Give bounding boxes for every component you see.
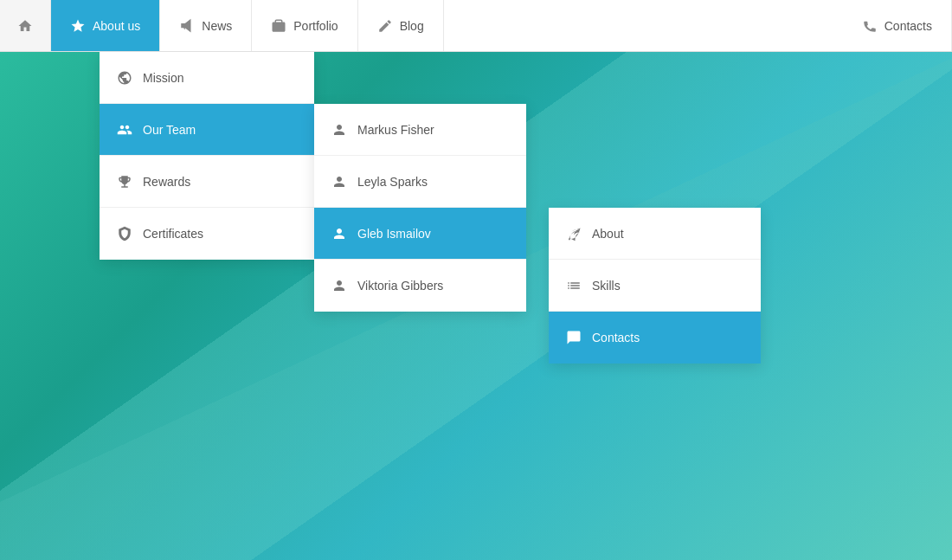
dropdown-l3: About Skills Contacts [549,208,761,364]
dropdown-l2-leyla[interactable]: Leyla Sparks [314,156,526,208]
dropdown-l2-viktoria-label: Viktoria Gibbers [357,279,443,293]
person-icon-gleb [331,226,347,241]
nav-contacts-label: Contacts [884,19,932,33]
dropdown-l2-gleb[interactable]: Gleb Ismailov [314,208,526,260]
phone-icon [862,18,878,34]
nav-portfolio[interactable]: Portfolio [252,0,357,51]
nav-blog[interactable]: Blog [358,0,444,51]
dropdown-l3-skills-label: Skills [592,279,621,293]
nav-spacer [444,0,843,51]
dropdown-l1-rewards[interactable]: Rewards [100,156,314,208]
dropdown-l3-skills[interactable]: Skills [549,260,761,312]
dropdown-l1: Mission Our Team Rewards Certificates [100,52,314,260]
blog-icon [377,18,393,34]
dropdown-l3-about-label: About [592,227,624,241]
dropdown-l2-markus[interactable]: Markus Fisher [314,104,526,156]
nav-blog-label: Blog [400,19,424,33]
navbar: About us News Portfolio Blog Contacts [0,0,952,52]
briefcase-icon [271,18,286,34]
megaphone-icon [179,18,195,34]
certificate-icon [117,226,132,241]
dropdown-l2-viktoria[interactable]: Viktoria Gibbers [314,260,526,312]
dropdown-l1-our-team-label: Our Team [143,123,196,137]
nav-news[interactable]: News [160,0,252,51]
nav-home[interactable] [0,0,51,51]
nav-about-us[interactable]: About us [51,0,160,51]
dropdown-l1-our-team[interactable]: Our Team [100,104,314,156]
dropdown-l2-markus-label: Markus Fisher [357,123,434,137]
dropdown-l1-mission-label: Mission [143,71,183,85]
leaf-icon [566,226,582,241]
dropdown-l1-certificates-label: Certificates [143,227,203,241]
dropdown-l3-contacts-label: Contacts [592,331,640,344]
person-icon-markus [331,122,347,138]
home-icon [17,18,33,34]
list-icon [566,278,582,293]
dropdown-l3-about[interactable]: About [549,208,761,260]
team-icon [117,122,132,138]
star-icon [70,18,86,34]
dropdown-l1-certificates[interactable]: Certificates [100,208,314,260]
trophy-icon [117,174,132,190]
dropdown-l1-mission[interactable]: Mission [100,52,314,104]
dropdown-l2-leyla-label: Leyla Sparks [357,175,428,189]
dropdown-l3-contacts[interactable]: Contacts [549,312,761,364]
dropdown-l2-gleb-label: Gleb Ismailov [357,227,431,241]
person-icon-viktoria [331,278,347,293]
dropdown-l1-rewards-label: Rewards [143,175,190,189]
person-icon-leyla [331,174,347,190]
chat-icon [566,330,582,345]
nav-portfolio-label: Portfolio [293,19,338,33]
dropdown-l2: Markus Fisher Leyla Sparks Gleb Ismailov… [314,104,526,312]
nav-news-label: News [202,19,232,33]
globe-icon [117,70,132,86]
nav-about-us-label: About us [93,19,140,33]
nav-contacts[interactable]: Contacts [843,0,952,51]
